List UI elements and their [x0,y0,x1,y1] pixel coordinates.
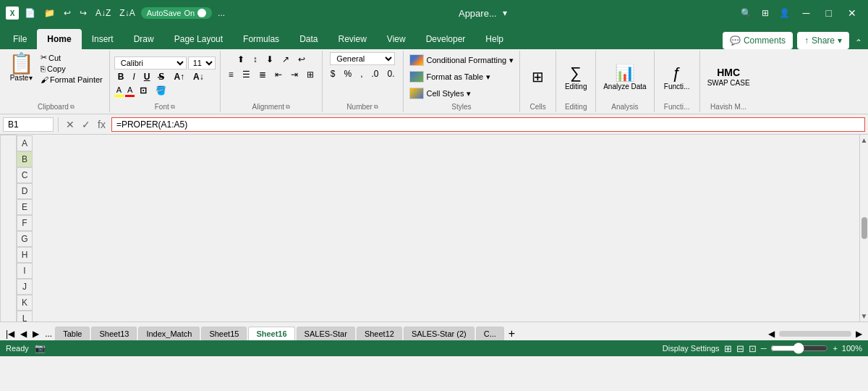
cut-button[interactable]: ✂ Cut [38,52,105,63]
cells-button[interactable]: ⊞ [529,65,547,88]
scroll-thumb[interactable] [861,217,867,239]
clipboard-expand-icon[interactable]: ⧉ [70,104,75,111]
sheet-tab-sheet16[interactable]: Sheet16 [248,327,294,340]
text-angle-btn[interactable]: ↗ [278,52,293,67]
col-header-c[interactable]: C [17,167,33,183]
redo-btn[interactable]: ↪ [77,7,90,20]
currency-btn[interactable]: $ [327,67,339,81]
sheet-tab-c[interactable]: C... [476,327,504,340]
sheet-tab-table[interactable]: Table [55,327,90,340]
col-header-f[interactable]: F [17,215,33,231]
decrease-indent-btn[interactable]: ⇤ [271,67,286,82]
increase-font-btn[interactable]: A↑ [170,70,188,83]
col-header-j[interactable]: J [17,279,33,295]
align-left-btn[interactable]: ≡ [225,67,237,82]
restore-btn[interactable]: □ [820,6,838,20]
col-header-l[interactable]: L [17,311,33,322]
copy-button[interactable]: ⎘ Copy [38,64,105,74]
swap-case-button[interactable]: HMC SWAP CASE [705,64,753,90]
col-header-a[interactable]: A [17,135,33,151]
sheet-tab-index-match[interactable]: Index_Match [138,327,200,340]
scroll-down-arrow[interactable]: ▼ [861,312,868,320]
conditional-formatting-button[interactable]: Conditional Formatting ▾ [408,53,516,67]
user-btn[interactable]: 👤 [776,7,793,20]
zoom-slider[interactable] [770,342,828,354]
tab-view[interactable]: View [377,29,416,49]
cell-styles-button[interactable]: Cell Styles ▾ [408,86,516,101]
merge-btn[interactable]: ⊞ [303,67,318,82]
decrease-font-btn[interactable]: A↓ [190,70,208,83]
minimize-btn[interactable]: ─ [797,6,816,20]
wrap-text-btn[interactable]: ↩ [294,52,309,67]
col-header-i[interactable]: I [17,263,33,279]
add-sheet-button[interactable]: + [506,327,518,340]
search-btn[interactable]: 🔍 [738,7,754,20]
hscroll-left[interactable]: ◀ [765,327,778,340]
sheet-more[interactable]: ... [42,327,55,340]
tab-file[interactable]: File [3,29,37,49]
italic-button[interactable]: I [129,70,138,83]
align-bottom-btn[interactable]: ⬇ [263,52,277,67]
tab-developer[interactable]: Developer [416,29,476,49]
sheet-tab-sales-star-2[interactable]: SALES-Star (2) [404,327,475,340]
more-commands-btn[interactable]: ... [215,7,228,20]
comma-btn[interactable]: , [357,67,366,81]
underline-button[interactable]: U [140,70,154,83]
align-middle-btn[interactable]: ↕ [250,52,261,67]
tab-page-layout[interactable]: Page Layout [164,29,233,49]
col-header-h[interactable]: H [17,247,33,263]
increase-indent-btn[interactable]: ⇥ [287,67,302,82]
sheet-tab-sheet13[interactable]: Sheet13 [91,327,137,340]
horizontal-scrollbar[interactable] [779,331,851,337]
sheet-tab-sheet15[interactable]: Sheet15 [201,327,247,340]
function-button[interactable]: ƒ Functi... [659,61,695,93]
fill-color-btn[interactable]: 🪣 [152,84,170,97]
sheet-tab-sheet12[interactable]: Sheet12 [357,327,402,340]
font-color-button[interactable]: A [125,84,135,97]
sort-za-btn[interactable]: Z↓A [116,7,137,20]
autosave-toggle[interactable]: AutoSave On [141,7,212,19]
hscroll-right[interactable]: ▶ [853,327,865,340]
format-painter-button[interactable]: 🖌 Format Painter [38,75,105,85]
tab-insert[interactable]: Insert [82,29,124,49]
confirm-formula-btn[interactable]: ✓ [79,119,93,130]
sheet-nav-first[interactable]: |◀ [3,327,17,340]
alignment-expand-icon[interactable]: ⧉ [286,104,290,111]
tab-data[interactable]: Data [289,29,328,49]
sheet-nav-next[interactable]: ▶ [30,327,42,340]
percent-btn[interactable]: % [340,67,355,81]
highlight-color-button[interactable]: A [114,84,124,97]
cancel-formula-btn[interactable]: ✕ [63,119,77,130]
align-center-btn[interactable]: ☰ [239,67,254,82]
increase-decimal-btn[interactable]: 0. [383,67,398,81]
tab-help[interactable]: Help [475,29,514,49]
scroll-up-arrow[interactable]: ▲ [861,136,868,144]
share-button[interactable]: ↑ Share ▾ [797,32,849,49]
number-format-select[interactable]: General [330,52,395,65]
font-expand-icon[interactable]: ⧉ [171,104,175,111]
editing-button[interactable]: ∑ Editing [562,61,590,93]
comments-button[interactable]: 💬 Comments [723,32,793,49]
col-header-b[interactable]: B [17,151,33,167]
tab-home[interactable]: Home [37,29,81,49]
file-icon[interactable]: 📄 [22,7,38,20]
cell-reference-input[interactable] [3,117,54,132]
normal-view-btn[interactable]: ⊞ [724,343,732,354]
display-settings-label[interactable]: Display Settings [663,344,720,353]
border-btn[interactable]: ⊡ [136,84,150,97]
strikethrough-button[interactable]: S̶ [155,70,169,83]
close-btn[interactable]: ✕ [842,6,862,20]
decrease-decimal-btn[interactable]: .0 [367,67,382,81]
align-top-btn[interactable]: ⬆ [234,52,248,67]
paste-button[interactable]: 📋 Paste ▾ [7,52,35,83]
page-break-view-btn[interactable]: ⊡ [749,343,757,354]
formula-input[interactable] [111,117,865,132]
col-header-e[interactable]: E [17,199,33,215]
col-header-g[interactable]: G [17,231,33,247]
sheet-nav-prev[interactable]: ◀ [17,327,30,340]
font-name-select[interactable]: Calibri [114,56,187,70]
tab-review[interactable]: Review [328,29,376,49]
grid-scroll[interactable]: A B C D E F G H I J K L M [0,135,859,321]
bold-button[interactable]: B [114,70,128,83]
vertical-scrollbar[interactable]: ▲ ▼ [859,135,868,321]
